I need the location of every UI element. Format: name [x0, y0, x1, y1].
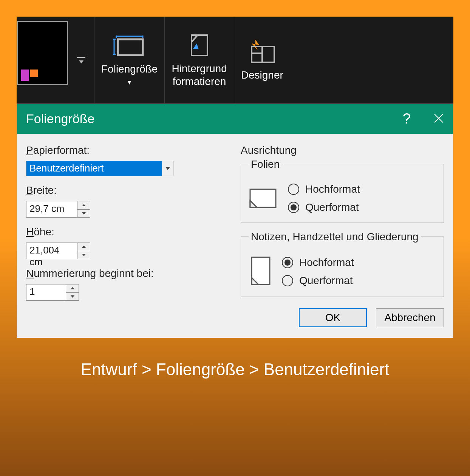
height-value[interactable]: 21,004 cm	[26, 243, 77, 259]
landscape-label: Querformat	[299, 275, 353, 287]
thumb-bar-2	[30, 70, 38, 77]
chevron-up-icon	[82, 204, 86, 207]
svg-marker-17	[165, 167, 170, 170]
close-button[interactable]	[433, 111, 444, 127]
width-decrement[interactable]	[77, 210, 90, 218]
svg-marker-11	[252, 40, 259, 50]
slides-landscape-radio[interactable]: Querformat	[288, 201, 360, 213]
radio-selected-icon	[282, 257, 293, 268]
chevron-down-icon	[82, 212, 86, 215]
designer-label: Designer	[241, 69, 283, 81]
radio-icon	[288, 184, 299, 195]
format-background-label-1: Hintergrund	[172, 63, 227, 74]
numbering-decrement[interactable]	[66, 293, 79, 301]
slides-orientation-group: Folien Hochformat Querformat	[241, 164, 444, 223]
chevron-down-icon: ▾	[128, 79, 131, 86]
paper-format-combo[interactable]: Benutzerdefiniert	[26, 161, 173, 176]
notes-landscape-radio[interactable]: Querformat	[282, 275, 354, 287]
right-column: Ausrichtung Folien Hochformat	[241, 144, 444, 301]
notes-legend: Notizen, Handzettel und Gliederung	[249, 231, 421, 243]
numbering-value[interactable]: 1	[26, 284, 66, 300]
radio-icon	[282, 275, 293, 286]
chevron-down-icon	[165, 167, 170, 170]
dialog-title-text: Foliengröße	[26, 111, 94, 126]
paper-format-value: Benutzerdefiniert	[26, 161, 162, 176]
width-spinner[interactable]: 29,7 cm	[26, 201, 90, 218]
svg-marker-10	[192, 35, 198, 42]
svg-marker-23	[71, 295, 74, 298]
svg-rect-8	[118, 39, 143, 55]
designer-button[interactable]: Designer	[234, 17, 290, 103]
format-background-label-2: formatieren	[173, 76, 226, 87]
slide-thumbnail[interactable]	[17, 21, 68, 85]
portrait-label: Hochformat	[305, 183, 360, 195]
landscape-label: Querformat	[305, 201, 359, 213]
paper-format-label: Papierformat:	[26, 144, 229, 156]
height-decrement[interactable]	[77, 251, 90, 259]
more-icon	[76, 54, 87, 66]
svg-marker-19	[82, 212, 86, 215]
format-background-icon	[186, 32, 213, 59]
format-background-button[interactable]: Hintergrund formatieren	[165, 17, 234, 103]
cancel-button[interactable]: Abbrechen	[376, 308, 444, 327]
slide-size-button[interactable]: Foliengröße ▾	[94, 17, 165, 103]
height-label: Höhe:	[26, 226, 229, 238]
chevron-down-icon	[82, 253, 86, 257]
height-increment[interactable]	[77, 243, 90, 251]
numbering-spinner[interactable]: 1	[26, 284, 79, 301]
notes-orientation-group: Notizen, Handzettel und Gliederung Hochf…	[241, 236, 444, 297]
slide-size-icon	[113, 35, 147, 57]
combo-dropdown-button[interactable]	[162, 161, 173, 176]
svg-marker-21	[82, 254, 86, 256]
portrait-page-icon	[249, 256, 273, 287]
radio-selected-icon	[288, 202, 299, 213]
slides-legend: Folien	[249, 158, 282, 170]
thumb-bar-1	[21, 70, 29, 81]
width-label: Breite:	[26, 184, 229, 196]
close-icon	[433, 113, 444, 124]
chevron-up-icon	[82, 245, 86, 248]
width-value[interactable]: 29,7 cm	[26, 201, 77, 217]
help-button[interactable]: ?	[403, 111, 411, 127]
width-increment[interactable]	[77, 201, 90, 210]
slide-size-label: Foliengröße	[101, 63, 158, 75]
ribbon: Foliengröße ▾ Hintergrund formatieren De	[17, 17, 453, 104]
ok-button[interactable]: OK	[299, 308, 367, 327]
dialog-titlebar: Foliengröße ?	[17, 104, 453, 134]
designer-icon	[247, 39, 277, 65]
gallery-more-button[interactable]	[68, 17, 94, 103]
portrait-label: Hochformat	[299, 257, 354, 269]
numbering-label: Nummerierung beginnt bei:	[26, 267, 229, 280]
svg-marker-20	[82, 246, 86, 248]
height-spinner[interactable]: 21,004 cm	[26, 243, 90, 259]
chevron-up-icon	[70, 287, 75, 290]
numbering-increment[interactable]	[66, 284, 79, 293]
svg-marker-1	[79, 60, 83, 63]
orientation-label: Ausrichtung	[241, 144, 444, 156]
notes-portrait-radio[interactable]: Hochformat	[282, 257, 354, 269]
svg-marker-22	[71, 287, 74, 289]
slides-portrait-radio[interactable]: Hochformat	[288, 183, 360, 195]
svg-marker-18	[82, 204, 86, 206]
landscape-page-icon	[249, 186, 279, 210]
slide-size-dialog: Foliengröße ? Papierformat: Benutzerdefi…	[17, 104, 453, 338]
left-column: Papierformat: Benutzerdefiniert Breite: …	[26, 144, 229, 301]
breadcrumb-caption: Entwurf > Foliengröße > Benutzerdefinier…	[17, 360, 453, 379]
chevron-down-icon	[70, 295, 75, 298]
